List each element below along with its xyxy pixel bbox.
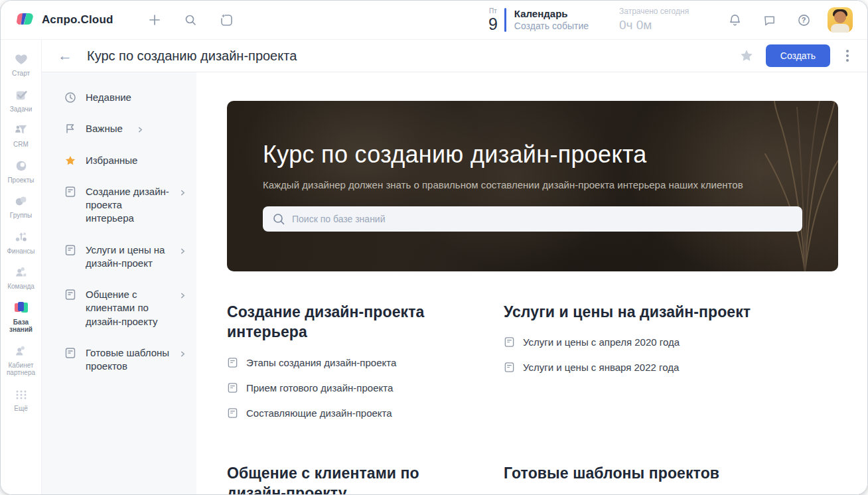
clock-icon	[64, 92, 76, 104]
hero-title: Курс по созданию дизайн-проекта	[263, 141, 802, 169]
brand[interactable]: Аспро.Cloud	[15, 11, 113, 29]
chevron-right-icon[interactable]	[180, 289, 186, 301]
whats-new-icon[interactable]	[217, 11, 236, 29]
brand-name: Аспро.Cloud	[42, 13, 113, 27]
document-icon	[504, 362, 515, 373]
section-card: Общение с клиентами по дизайн-проекту За…	[227, 463, 477, 495]
calendar-accent-bar	[504, 8, 506, 32]
funnel-icon	[14, 122, 29, 138]
notifications-bell-icon[interactable]	[725, 11, 744, 29]
aspro-logo-icon	[15, 11, 35, 29]
page-header: ← Курс по созданию дизайн-проекта Создат…	[42, 40, 867, 72]
user-avatar[interactable]	[828, 7, 853, 33]
article-link[interactable]: Услуги и цены с января 2022 года	[504, 362, 838, 373]
document-icon	[227, 407, 238, 419]
nav-groups[interactable]: Группы	[1, 188, 41, 224]
topbar: Аспро.Cloud Пт 9 Календарь	[1, 1, 867, 40]
flag-icon	[64, 123, 76, 135]
calendar-title[interactable]: Календарь	[514, 9, 589, 20]
favorite-star-icon[interactable]	[739, 48, 754, 63]
kb-search-bar[interactable]	[263, 206, 802, 232]
sidebar-item-section-1[interactable]: Создание дизайн-проекта интерьера	[64, 185, 186, 226]
nav-more[interactable]: Ещё	[1, 382, 41, 417]
add-icon[interactable]	[145, 11, 164, 29]
help-glyph: ?	[802, 16, 806, 24]
sidebar-item-favorites[interactable]: Избранные	[64, 154, 186, 167]
sidebar-item-section-2[interactable]: Услуги и цены на дизайн-проект	[64, 244, 186, 271]
document-icon	[64, 186, 76, 198]
calendar-date[interactable]: Пт 9	[488, 8, 498, 33]
back-arrow-icon[interactable]: ←	[58, 48, 72, 63]
chevron-right-icon[interactable]	[180, 348, 186, 360]
document-icon	[64, 289, 76, 301]
hero-subtitle: Каждый дизайнер должен знать о правильно…	[263, 179, 802, 190]
article-link[interactable]: Этапы создания дизайн-проекта	[227, 357, 477, 368]
nav-team[interactable]: Команда	[1, 259, 41, 295]
dots-grid-icon	[15, 386, 28, 402]
document-icon	[64, 244, 76, 256]
growth-icon	[14, 229, 29, 245]
section-card: Создание дизайн-проекта интерьера Этапы …	[227, 302, 477, 433]
shapes-icon	[14, 193, 29, 209]
nav-projects[interactable]: Проекты	[1, 153, 41, 189]
document-icon	[64, 347, 76, 359]
article-link[interactable]: Прием готового дизайн-проекта	[227, 382, 477, 393]
main-content: Курс по созданию дизайн-проекта Каждый д…	[196, 72, 867, 495]
sidebar-item-recent[interactable]: Недавние	[64, 91, 186, 104]
chat-icon[interactable]	[760, 11, 778, 29]
weekday-label: Пт	[489, 8, 497, 15]
document-icon	[227, 382, 238, 393]
app-window: Аспро.Cloud Пт 9 Календарь	[0, 0, 868, 495]
left-nav-rail: Старт Задачи CRM Проекты Группы Финансы	[1, 40, 42, 495]
kb-sections: Создание дизайн-проекта интерьера Этапы …	[227, 302, 838, 495]
document-icon	[227, 357, 238, 368]
create-button[interactable]: Создать	[766, 44, 830, 67]
article-link[interactable]: Услуги и цены с апреля 2020 года	[504, 336, 838, 348]
more-options-kebab-icon[interactable]	[842, 47, 853, 64]
chevron-right-icon	[137, 123, 143, 135]
knowledge-base-icon	[13, 300, 29, 316]
sidebar-item-section-3[interactable]: Общение с клиентами по дизайн-проекту	[64, 288, 186, 328]
section-card: Готовые шаблоны проектов Студия Киселева…	[504, 463, 838, 495]
kb-search-input[interactable]	[292, 214, 793, 224]
help-icon[interactable]: ?	[794, 11, 813, 29]
heart-icon	[14, 51, 29, 67]
section-title[interactable]: Общение с клиентами по дизайн-проекту	[227, 463, 477, 495]
article-link[interactable]: Составляющие дизайн-проекта	[227, 407, 477, 419]
hero-banner: Курс по созданию дизайн-проекта Каждый д…	[227, 101, 838, 271]
check-icon	[14, 87, 29, 103]
nav-knowledge-base[interactable]: База знаний	[1, 295, 41, 338]
chevron-right-icon[interactable]	[180, 245, 186, 257]
search-icon[interactable]	[181, 11, 200, 29]
section-title[interactable]: Готовые шаблоны проектов	[504, 463, 838, 483]
sidebar-item-section-4[interactable]: Готовые шаблоны проектов	[64, 346, 186, 374]
search-icon	[272, 212, 285, 226]
nav-crm[interactable]: CRM	[1, 117, 41, 153]
people-icon	[14, 264, 29, 280]
day-number: 9	[488, 16, 498, 33]
star-icon	[64, 155, 76, 167]
create-event-link[interactable]: Создать событие	[514, 21, 589, 31]
section-card: Услуги и цены на дизайн-проект Услуги и …	[504, 302, 838, 387]
page-title: Курс по созданию дизайн-проекта	[87, 48, 297, 64]
section-title[interactable]: Услуги и цены на дизайн-проект	[504, 302, 838, 322]
time-spent-value: 0ч 0м	[619, 19, 705, 33]
kb-sidebar: Недавние Важные Избранные Создание дизай…	[42, 72, 196, 495]
chevron-right-icon[interactable]	[180, 186, 186, 198]
nav-partner-cabinet[interactable]: Кабинет партнера	[1, 338, 41, 382]
time-spent-label: Затрачено сегодня	[619, 7, 705, 16]
donut-icon	[14, 158, 29, 174]
nav-finance[interactable]: Финансы	[1, 224, 41, 260]
people-icon	[14, 343, 29, 359]
nav-start[interactable]: Старт	[1, 46, 41, 82]
sidebar-item-important[interactable]: Важные	[64, 122, 186, 135]
section-title[interactable]: Создание дизайн-проекта интерьера	[227, 302, 477, 342]
nav-tasks[interactable]: Задачи	[1, 82, 41, 118]
document-icon	[504, 336, 515, 348]
